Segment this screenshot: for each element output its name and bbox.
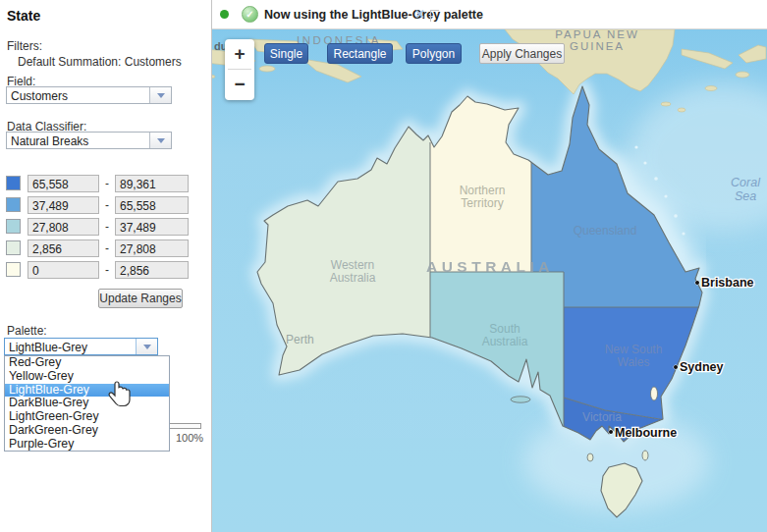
label-australia: AUSTRALIA (426, 258, 554, 275)
island-kangaroo (511, 397, 530, 402)
palette-option[interactable]: LightGreen-Grey (5, 410, 169, 424)
label-sydney: Sydney (680, 360, 724, 374)
default-summation-text: Default Summation: Customers (18, 55, 182, 69)
label-coral-sea-2: Sea (735, 189, 756, 203)
chevron-down-icon (157, 93, 165, 98)
range-separator: - (105, 241, 109, 255)
range-to-input[interactable]: 37,489 (115, 218, 189, 236)
palette-option[interactable]: DarkBlue-Grey (5, 397, 169, 410)
settings-sidebar: State Filters: Default Summation: Custom… (0, 0, 210, 532)
territory-act[interactable] (651, 387, 658, 400)
range-row: 2,856 - 27,808 (6, 239, 202, 257)
label-nsw-2: Wales (618, 355, 650, 369)
success-check-icon: ✓ (242, 6, 258, 23)
range-from-input[interactable]: 0 (27, 261, 99, 279)
classifier-select-value: Natural Breaks (7, 133, 149, 148)
label-vic: Victoria (582, 410, 622, 424)
palette-select-value: LightBlue-Grey (5, 339, 136, 354)
range-color-swatch (6, 262, 21, 277)
tooltip-tail (430, 10, 439, 22)
label-wa-2: Australia (330, 271, 376, 285)
palette-select[interactable]: LightBlue-Grey (4, 338, 158, 355)
opacity-value: 100% (176, 432, 203, 444)
island-flinders (642, 451, 648, 460)
map-zoom-control: + − (225, 39, 254, 100)
range-separator: - (105, 220, 109, 234)
label-nt-1: Northern (460, 184, 506, 197)
range-row: 37,489 - 65,558 (6, 196, 202, 214)
range-separator: - (105, 263, 109, 277)
close-icon[interactable]: ✕ (414, 7, 425, 22)
range-color-swatch (6, 219, 21, 234)
range-color-swatch (6, 197, 21, 212)
opacity-slider-track[interactable] (169, 423, 201, 429)
palette-select-arrow-button[interactable] (136, 339, 157, 354)
single-select-button[interactable]: Single (264, 43, 308, 64)
apply-changes-button[interactable]: Apply Changes (479, 43, 565, 64)
label-brisbane: Brisbane (701, 276, 754, 290)
range-to-input[interactable]: 89,361 (115, 175, 189, 192)
field-select-value: Customers (7, 87, 149, 103)
label-qld: Queensland (574, 224, 637, 238)
palette-label: Palette: (7, 324, 47, 338)
label-coral-sea-1: Coral (731, 176, 761, 189)
range-row: 0 - 2,856 (6, 261, 202, 279)
zoom-in-button[interactable]: + (225, 39, 254, 69)
range-row: 27,808 - 37,489 (6, 218, 202, 236)
classifier-select-arrow-button[interactable] (149, 133, 171, 148)
range-from-input[interactable]: 37,489 (27, 196, 99, 214)
application-window: { "sidebar": { "title": "State", "filter… (0, 0, 767, 532)
label-png-2: GUINEA (570, 40, 625, 52)
update-ranges-button[interactable]: Update Ranges (98, 289, 183, 308)
notification-message: Now using the LightBlue-Grey palette (264, 8, 483, 22)
label-perth: Perth (286, 333, 314, 346)
range-separator: - (105, 198, 109, 212)
notification-bar: ✓ Now using the LightBlue-Grey palette ✕ (212, 0, 767, 29)
field-select-arrow-button[interactable] (149, 87, 171, 103)
label-melbourne: Melbourne (615, 426, 677, 440)
label-sa-1: South (489, 322, 520, 336)
chevron-down-icon (143, 345, 151, 349)
palette-option[interactable]: Purple-Grey (5, 438, 169, 452)
map-panel: ✓ Now using the LightBlue-Grey palette ✕ (211, 0, 767, 532)
rectangle-select-button[interactable]: Rectangle (327, 43, 393, 64)
palette-dropdown-list: Red-Grey Yellow-Grey LightBlue-Grey Dark… (4, 355, 170, 452)
range-to-input[interactable]: 27,808 (115, 239, 189, 257)
filters-label: Filters: (7, 39, 42, 53)
polygon-select-button[interactable]: Polygon (406, 43, 462, 64)
palette-option[interactable]: Yellow-Grey (5, 370, 169, 384)
palette-option[interactable]: Red-Grey (5, 356, 169, 370)
range-from-input[interactable]: 2,856 (27, 239, 99, 257)
zoom-out-button[interactable]: − (225, 70, 254, 99)
island-king (587, 453, 593, 461)
range-from-input[interactable]: 27,808 (27, 218, 99, 236)
label-png-1: PAPUA NEW (555, 29, 639, 40)
range-separator: - (105, 177, 109, 190)
map-canvas[interactable]: du INDONESIA PAPUA NEW GUINEA AUSTRALIA … (212, 29, 767, 532)
range-to-input[interactable]: 65,558 (115, 196, 189, 214)
label-nsw-1: New South (605, 343, 663, 356)
palette-option-selected[interactable]: LightBlue-Grey (5, 384, 169, 398)
range-from-input[interactable]: 65,558 (27, 175, 99, 192)
range-color-swatch (6, 240, 21, 255)
palette-option[interactable]: DarkGreen-Grey (5, 424, 169, 438)
range-to-input[interactable]: 2,856 (115, 261, 189, 279)
status-dot-icon (220, 10, 229, 19)
label-wa-1: Western (331, 258, 374, 272)
label-sa-2: Australia (482, 335, 528, 348)
label-nt-2: Territory (461, 196, 503, 210)
chevron-down-icon (157, 138, 165, 143)
hand-cursor-icon (107, 380, 133, 413)
classifier-select[interactable]: Natural Breaks (6, 132, 172, 149)
field-select[interactable]: Customers (6, 86, 172, 104)
range-row: 65,558 - 89,361 (6, 175, 202, 192)
range-color-swatch (6, 176, 21, 190)
page-title: State (7, 8, 40, 24)
